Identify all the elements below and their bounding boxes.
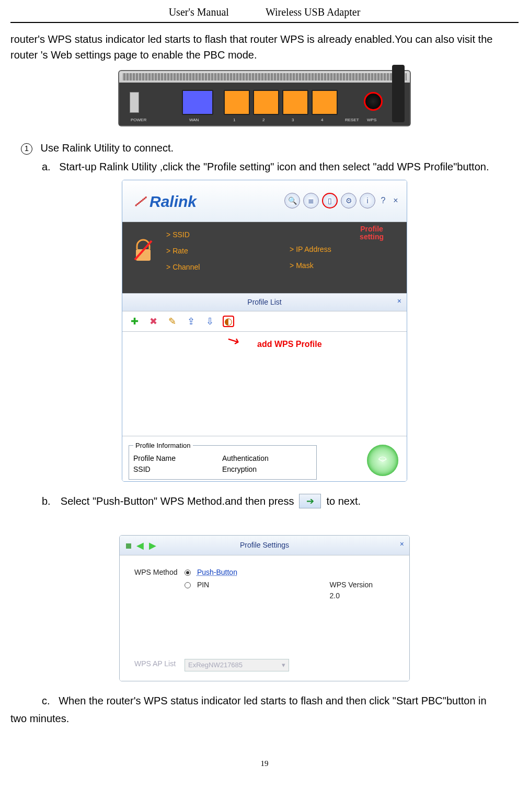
import-profile-icon[interactable]: ⇩ (204, 316, 215, 327)
annotation-add-wps: add WPS Profile (257, 338, 322, 351)
add-wps-profile-icon[interactable]: ◐ (223, 316, 234, 327)
lock-icon (133, 239, 154, 263)
radio-push-button[interactable] (185, 570, 191, 576)
router-label-power: POWER (131, 117, 146, 123)
step-1b-prefix: b. (42, 493, 51, 509)
step-1c-text: When the router's WPS status indicator l… (59, 695, 486, 706)
wps-method-push-button-option[interactable]: Push-Button (185, 567, 237, 578)
step-1b-text-2: to next. (326, 493, 361, 509)
ralink-logo: ⟋Ralink (131, 188, 197, 214)
ip-label: IP Address (296, 245, 331, 253)
router-label-wan: WAN (189, 117, 199, 123)
edit-profile-icon[interactable]: ✎ (166, 316, 178, 327)
profile-settings-dialog: ◀ ▶ Profile Settings × WPS Method Push-B… (119, 535, 410, 681)
profile-information-group: Profile Information Profile Name Authent… (129, 440, 317, 480)
next-arrow-icon[interactable]: ➔ (299, 494, 321, 508)
wps-ap-list-value: ExRegNW217685 (188, 660, 243, 670)
step-1c: c. When the router's WPS status indicato… (42, 693, 519, 709)
router-label-3: 3 (292, 117, 294, 123)
router-label-1: 1 (233, 117, 235, 123)
profile-settings-title: Profile Settings (240, 541, 289, 549)
list-icon[interactable]: ≣ (303, 193, 319, 208)
profile-name-label: Profile Name (133, 453, 222, 464)
step-1b-text-1: Select "Push-Button" WPS Method.and then… (61, 493, 294, 509)
router-label-2: 2 (262, 117, 264, 123)
wps-ap-list-label: WPS AP List (134, 658, 176, 669)
profile-info-legend: Profile Information (133, 440, 193, 451)
router-label-reset: RESET (345, 117, 359, 123)
wifi-status-icon: ⌔ (367, 445, 398, 476)
pin-label: PIN (197, 581, 209, 589)
chevron-down-icon: ▾ (282, 660, 285, 670)
delete-profile-icon[interactable]: ✖ (147, 316, 159, 327)
page-number: 19 (10, 758, 519, 770)
profile-toolbar: ✚ ✖ ✎ ⇪ ⇩ ◐ (122, 311, 407, 332)
profile-settings-close-icon[interactable]: × (400, 539, 404, 550)
wps-version-value: 2.0 (330, 590, 373, 601)
profile-ssid-label: SSID (133, 464, 222, 475)
annotation-arrow: ↘ (222, 328, 243, 353)
step-1b: b. Select "Push-Button" WPS Method.and t… (42, 493, 519, 509)
authentication-label: Authentication (222, 453, 269, 464)
profile-list-close-icon[interactable]: × (397, 296, 401, 307)
radio-pin[interactable] (185, 582, 191, 588)
step-1a: a. Start-up Ralink Utility ,click the "P… (42, 159, 519, 175)
nav-home-icon[interactable] (126, 543, 131, 549)
nav-forward-icon[interactable]: ▶ (149, 539, 156, 553)
close-icon[interactable]: × (391, 196, 400, 205)
router-label-4: 4 (321, 117, 323, 123)
step-1-number: 1 (21, 143, 32, 155)
step-1c-prefix: c. (42, 695, 50, 706)
mask-label: Mask (296, 261, 313, 270)
step-1c-continuation: two minutes. (10, 711, 519, 726)
profile-setting-icon[interactable]: ▯ (322, 193, 338, 208)
profile-list-title: Profile List (247, 298, 281, 306)
step-1: 1 Use Ralink Utility to connect. (21, 140, 519, 156)
wps-method-pin-option[interactable]: PIN (185, 579, 209, 590)
gear-icon[interactable]: ⚙ (341, 193, 356, 208)
step-1a-text: Start-up Ralink Utility ,click the "Prof… (59, 161, 489, 172)
help-icon[interactable]: ? (378, 196, 388, 205)
info-icon[interactable]: i (360, 193, 375, 208)
wps-version: WPS Version 2.0 (330, 579, 373, 601)
ssid-label: SSID (172, 230, 190, 239)
nav-back-icon[interactable]: ◀ (136, 539, 144, 553)
annotation-profile-setting: Profile setting (360, 225, 384, 241)
search-icon[interactable]: 🔍 (284, 193, 300, 208)
ralink-main-window: ⟋Ralink 🔍 ≣ ▯ ⚙ i ? × >SSID >Rate (122, 180, 407, 482)
add-profile-icon[interactable]: ✚ (129, 316, 140, 327)
encryption-label: Encryption (222, 464, 257, 475)
router-label-wps: WPS (367, 117, 376, 123)
step-1a-prefix: a. (42, 161, 51, 172)
wps-version-label: WPS Version (330, 579, 373, 590)
header-left: User's Manual (169, 6, 229, 18)
step-1-text: Use Ralink Utility to connect. (41, 142, 174, 154)
export-profile-icon[interactable]: ⇪ (185, 316, 197, 327)
header-right: Wireless USB Adapter (266, 6, 360, 18)
header-divider (10, 22, 519, 23)
profile-list-header: Profile List × (122, 293, 407, 311)
wps-ap-list-select[interactable]: ExRegNW217685 ▾ (185, 659, 289, 671)
router-image: POWER WAN 1 2 3 4 RESET WPS (118, 70, 411, 126)
wps-method-label: WPS Method (134, 567, 177, 578)
intro-paragraph: router's WPS status indicator led starts… (10, 31, 519, 63)
channel-label: Channel (172, 263, 200, 271)
page-header: User's Manual Wireless USB Adapter (10, 0, 519, 22)
router-wps-button (364, 92, 383, 111)
push-button-label: Push-Button (197, 568, 237, 576)
rate-label: Rate (172, 247, 188, 255)
